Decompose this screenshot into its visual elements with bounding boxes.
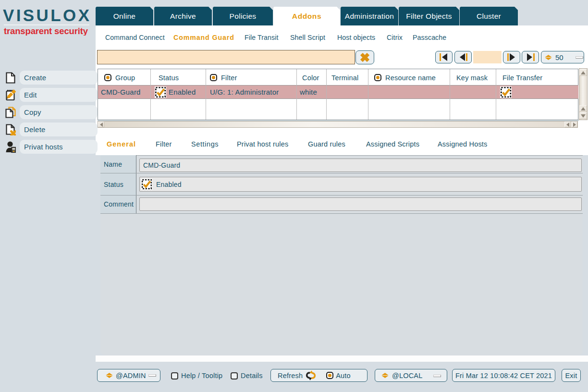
- svg-text:VISULOX: VISULOX: [3, 6, 90, 24]
- svg-text:transparent security: transparent security: [4, 26, 88, 36]
